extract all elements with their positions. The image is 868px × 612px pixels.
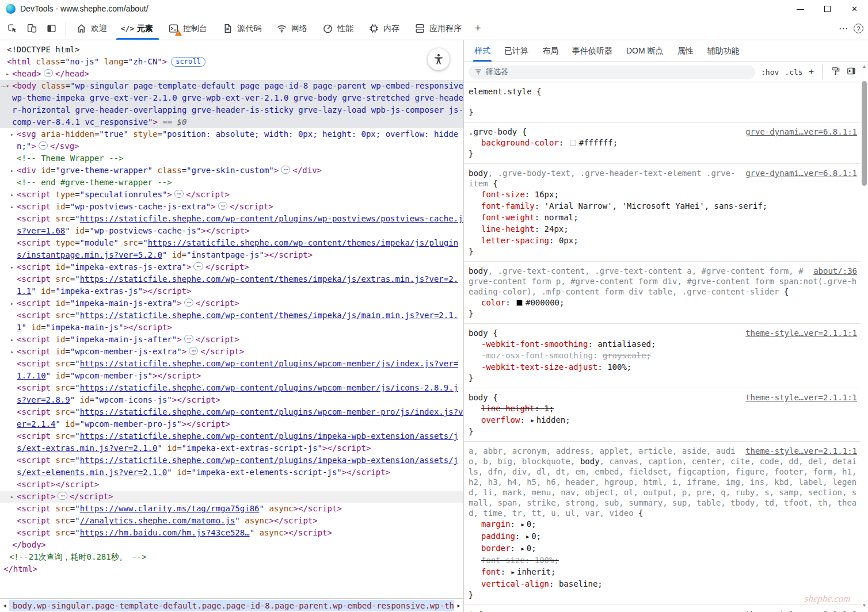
maximize-button[interactable] (814, 0, 841, 17)
expand-arrow-right-icon[interactable]: ▸ (9, 189, 16, 201)
empty-declaration-area[interactable] (469, 97, 857, 107)
sidebar-tab[interactable]: 事件侦听器 (565, 40, 619, 62)
dom-line[interactable]: <!DOCTYPE html> (0, 44, 463, 56)
stylesheet-source-link[interactable]: theme-style…ver=2.1.1:1 (745, 446, 857, 456)
sidebar-tab[interactable]: 辅助功能 (701, 40, 747, 62)
filter-input[interactable]: 筛选器 (469, 66, 755, 79)
stylesheet-source-link[interactable]: theme-style…ver=2.1.1:1 (745, 392, 857, 403)
css-declaration[interactable]: -moz-osx-font-smoothing: grayscale; (469, 350, 857, 361)
dom-line[interactable]: <script src="https://staticfile.shephe.c… (0, 430, 463, 454)
dom-line[interactable]: ▸<script id="wpcom-member-js-extra">⋯</s… (0, 346, 463, 358)
css-declaration[interactable]: font-size: 100%; (469, 554, 857, 566)
css-declaration[interactable]: color: #000000; (469, 297, 857, 308)
collapsed-content-icon[interactable]: ⋯ (193, 262, 203, 270)
stylesheet-source-link[interactable]: grve-dynami…ver=6.8.1:1 (745, 168, 857, 178)
scroll-badge[interactable]: scroll (171, 57, 205, 67)
dom-line[interactable]: ▸<script id="impeka-main-js-extra">⋯</sc… (0, 297, 463, 309)
focus-mode-icon[interactable] (43, 20, 60, 37)
tab-memory[interactable]: 内存 (361, 17, 407, 40)
tab-sources[interactable]: 源代码 (215, 17, 269, 40)
sidebar-tab[interactable]: 已计算 (497, 40, 535, 62)
styles-scrollbar[interactable]: ▲ ▼ (861, 63, 868, 612)
dom-line[interactable]: ▸<script type="speculationrules">⋯</scri… (0, 189, 463, 201)
resource-link[interactable]: https://hm.baidu.com/hm.js?43ce528… (80, 528, 250, 537)
stylesheet-source-link[interactable]: theme-style…ver=2.1.1:1 (745, 609, 857, 612)
css-declaration[interactable]: line-height: 24px; (469, 223, 857, 235)
dom-line[interactable]: <script></script> (0, 479, 463, 491)
minimize-button[interactable]: — (787, 0, 814, 17)
collapsed-content-icon[interactable]: ⋯ (184, 335, 193, 343)
scroll-down-icon[interactable]: ▼ (862, 602, 867, 610)
collapsed-content-icon[interactable]: ⋯ (44, 69, 53, 77)
dom-line[interactable]: <script src="https://staticfile.shephe.c… (0, 213, 463, 237)
breadcrumb-item-body[interactable]: body.wp-singular.page-template-default.p… (9, 600, 454, 611)
sidebar-tab[interactable]: 样式 (467, 40, 497, 62)
expand-arrow-right-icon[interactable]: ▸ (9, 334, 16, 346)
expand-arrow-right-icon[interactable]: ▸ (9, 165, 16, 177)
stylesheet-source-link[interactable]: theme-style…ver=2.1.1:1 (745, 328, 857, 338)
css-declaration[interactable]: padding: ▶0; (469, 530, 857, 542)
dom-line[interactable]: ▸<div id="grve-theme-wrapper" class="grv… (0, 165, 463, 177)
css-declaration[interactable]: background-color: #ffffff; (469, 137, 857, 148)
dock-panel-icon[interactable] (846, 66, 856, 78)
css-declaration[interactable]: -webkit-font-smoothing: antialiased; (469, 338, 857, 350)
resource-link[interactable]: //analytics.shephe.com/matomo.js (80, 516, 235, 525)
css-declaration[interactable]: letter-spacing: 0px; (469, 235, 857, 246)
tab-elements[interactable]: </>元素 (115, 17, 161, 40)
resource-link[interactable]: https://www.clarity.ms/tag/rmga75gi86 (80, 504, 260, 513)
dom-line[interactable]: ▸<script>⋯</script> (0, 491, 463, 503)
expand-arrow-right-icon[interactable]: ▸ (9, 297, 16, 309)
css-declaration[interactable]: font-family: 'Arial Narrow', 'Microsoft … (469, 200, 857, 212)
dom-line[interactable]: <script src="https://staticfile.shephe.c… (0, 273, 463, 297)
toggle-class-button[interactable]: .cls (785, 68, 802, 76)
css-declaration[interactable]: border: ▶0; (469, 542, 857, 554)
css-declaration[interactable]: font: ▶inherit; (469, 566, 857, 578)
dom-line[interactable]: ▸<script id="impeka-main-js-after">⋯</sc… (0, 334, 463, 346)
dom-line[interactable]: <script src="https://hm.baidu.com/hm.js?… (0, 527, 463, 539)
collapsed-content-icon[interactable]: ⋯ (189, 347, 198, 355)
expand-arrow-right-icon[interactable]: ▸ (9, 491, 16, 503)
sidebar-tab[interactable]: 属性 (671, 40, 701, 62)
dom-line[interactable]: <script src="https://staticfile.shephe.c… (0, 309, 463, 334)
toggle-hover-state-button[interactable]: :hov (761, 68, 779, 76)
accessibility-overlay-button[interactable] (428, 48, 450, 70)
dom-line[interactable]: </body> (0, 539, 463, 551)
css-selector[interactable]: element.style { (469, 86, 857, 97)
dom-line[interactable]: <script src="//analytics.shephe.com/mato… (0, 515, 463, 527)
inspect-icon[interactable] (3, 20, 21, 37)
close-button[interactable]: ✕ (841, 0, 868, 17)
dom-line[interactable]: ▸<head>⋯</head> (0, 68, 463, 80)
dom-line[interactable]: ▸<svg aria-hidden="true" style="position… (0, 128, 463, 152)
help-icon[interactable]: ? (854, 24, 863, 33)
breadcrumb-left-arrow-icon[interactable]: ◂ (0, 602, 9, 609)
css-declaration[interactable]: vertical-align: baseline; (469, 578, 857, 590)
rendering-emulation-icon[interactable] (831, 66, 840, 78)
expand-arrow-right-icon[interactable]: ▸ (9, 346, 16, 358)
collapsed-content-icon[interactable]: ⋯ (281, 166, 290, 174)
dom-line[interactable]: ▸<script id="wp-postviews-cache-js-extra… (0, 201, 463, 213)
css-declaration[interactable]: line-height: 1; (469, 403, 857, 414)
css-selector[interactable]: body, .grve-text-content, .grve-text-con… (469, 266, 857, 297)
tab-performance[interactable]: 性能 (315, 17, 361, 40)
expand-arrow-down-icon[interactable]: ▾ (4, 80, 11, 92)
tab-home[interactable]: 欢迎 (68, 17, 115, 40)
expand-shorthand-icon[interactable]: ▶ (521, 543, 524, 554)
sidebar-tab[interactable]: 布局 (535, 40, 565, 62)
expand-shorthand-icon[interactable]: ▶ (521, 519, 524, 530)
expand-shorthand-icon[interactable]: ▶ (526, 531, 529, 542)
dom-line[interactable]: <script src="https://staticfile.shephe.c… (0, 382, 463, 406)
dom-line[interactable]: <script src="https://staticfile.shephe.c… (0, 454, 463, 479)
dom-line[interactable]: ⋯▾<body class="wp-singular page-template… (0, 80, 463, 128)
stylesheet-source-link[interactable]: about/:36 (813, 266, 857, 276)
stylesheet-source-link[interactable]: grve-dynami…ver=6.8.1:1 (745, 127, 857, 137)
collapsed-content-icon[interactable]: ⋯ (218, 202, 227, 210)
expand-arrow-right-icon[interactable]: ▸ (9, 201, 16, 213)
css-selector[interactable]: a, abbr, acronym, address, applet, artic… (469, 446, 857, 518)
css-declaration[interactable]: overflow: ▶hidden; (469, 414, 857, 426)
sidebar-tab[interactable]: DOM 断点 (619, 40, 671, 62)
dom-line[interactable]: <script src="https://staticfile.shephe.c… (0, 406, 463, 430)
css-declaration[interactable]: font-size: 16px; (469, 189, 857, 200)
collapsed-content-icon[interactable]: ⋯ (39, 141, 48, 150)
color-swatch[interactable] (570, 140, 576, 146)
collapsed-content-icon[interactable]: ⋯ (58, 492, 67, 500)
